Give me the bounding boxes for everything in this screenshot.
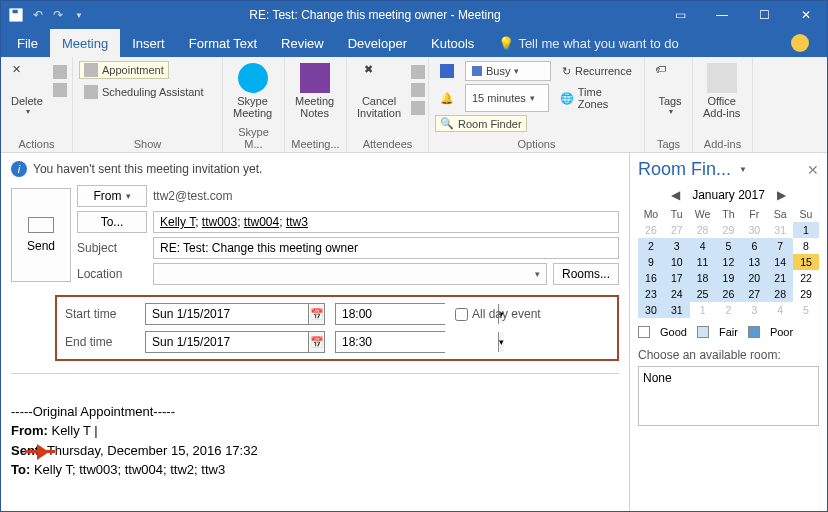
scheduling-assistant-button[interactable]: Scheduling Assistant — [79, 83, 209, 101]
from-button[interactable]: From▾ — [77, 185, 147, 207]
calendar-day[interactable]: 29 — [716, 222, 742, 238]
chevron-down-icon[interactable]: ▾ — [498, 332, 504, 352]
skype-meeting-button[interactable]: Skype Meeting — [229, 61, 276, 121]
time-zones-button[interactable]: 🌐Time Zones — [555, 84, 638, 112]
appointment-button[interactable]: Appointment — [79, 61, 169, 79]
minimize-button[interactable]: ― — [701, 1, 743, 29]
calendar-day[interactable]: 31 — [767, 222, 793, 238]
calendar-day[interactable]: 4 — [767, 302, 793, 318]
calendar-day[interactable]: 19 — [716, 270, 742, 286]
calendar-day[interactable]: 1 — [690, 302, 716, 318]
tab-review[interactable]: Review — [269, 29, 336, 57]
calendar-day[interactable]: 26 — [638, 222, 664, 238]
calendar-day[interactable]: 26 — [716, 286, 742, 302]
all-day-checkbox[interactable] — [455, 308, 468, 321]
calendar-day[interactable]: 31 — [664, 302, 690, 318]
address-book-icon[interactable] — [411, 65, 425, 79]
forward-icon[interactable] — [53, 83, 67, 97]
to-field[interactable]: Kelly T; ttw003; ttw004; ttw3 — [153, 211, 619, 233]
calendar-day[interactable]: 12 — [716, 254, 742, 270]
calendar-day[interactable]: 2 — [638, 238, 664, 254]
response-options-icon[interactable] — [411, 101, 425, 115]
calendar-day[interactable]: 4 — [690, 238, 716, 254]
calendar-icon[interactable]: 📅 — [308, 332, 324, 352]
calendar-day[interactable]: 3 — [664, 238, 690, 254]
cancel-invitation-button[interactable]: ✖Cancel Invitation — [353, 61, 405, 121]
tab-file[interactable]: File — [5, 29, 50, 57]
reminder-dropdown[interactable]: 15 minutes▾ — [465, 84, 549, 112]
calendar-day[interactable]: 7 — [767, 238, 793, 254]
calendar-icon[interactable]: 📅 — [308, 304, 324, 324]
tell-me[interactable]: 💡Tell me what you want to do — [486, 29, 690, 57]
calendar-day[interactable]: 11 — [690, 254, 716, 270]
show-as-icon[interactable] — [435, 61, 459, 81]
calendar-day[interactable]: 15 — [793, 254, 819, 270]
calendar-icon[interactable] — [53, 65, 67, 79]
tab-kutools[interactable]: Kutools — [419, 29, 486, 57]
calendar-day[interactable]: 6 — [741, 238, 767, 254]
calendar-day[interactable]: 27 — [664, 222, 690, 238]
calendar[interactable]: MoTuWeThFrSaSu 2627282930311234567891011… — [638, 206, 819, 318]
office-addins-button[interactable]: Office Add-ins — [699, 61, 744, 121]
ribbon-options-icon[interactable]: ▭ — [659, 1, 701, 29]
calendar-day[interactable]: 13 — [741, 254, 767, 270]
calendar-day[interactable]: 24 — [664, 286, 690, 302]
calendar-day[interactable]: 20 — [741, 270, 767, 286]
chevron-down-icon[interactable]: ▼ — [739, 165, 747, 174]
start-date-field[interactable]: 📅 — [145, 303, 325, 325]
rooms-button[interactable]: Rooms... — [553, 263, 619, 285]
calendar-day[interactable]: 14 — [767, 254, 793, 270]
end-date-field[interactable]: 📅 — [145, 331, 325, 353]
calendar-day[interactable]: 5 — [716, 238, 742, 254]
calendar-day[interactable]: 28 — [690, 222, 716, 238]
calendar-day[interactable]: 1 — [793, 222, 819, 238]
calendar-day[interactable]: 3 — [741, 302, 767, 318]
to-button[interactable]: To... — [77, 211, 147, 233]
feedback-smiley-icon[interactable] — [791, 34, 809, 52]
show-as-dropdown[interactable]: Busy▾ — [465, 61, 551, 81]
calendar-day[interactable]: 22 — [793, 270, 819, 286]
calendar-day[interactable]: 30 — [741, 222, 767, 238]
maximize-button[interactable]: ☐ — [743, 1, 785, 29]
tab-meeting[interactable]: Meeting — [50, 29, 120, 57]
calendar-day[interactable]: 17 — [664, 270, 690, 286]
tab-insert[interactable]: Insert — [120, 29, 177, 57]
calendar-day[interactable]: 29 — [793, 286, 819, 302]
calendar-day[interactable]: 18 — [690, 270, 716, 286]
calendar-day[interactable]: 9 — [638, 254, 664, 270]
room-finder-button[interactable]: 🔍Room Finder — [435, 115, 527, 132]
room-list[interactable]: None — [638, 366, 819, 426]
send-button[interactable]: Send — [11, 188, 71, 282]
calendar-day[interactable]: 30 — [638, 302, 664, 318]
recurrence-button[interactable]: ↻Recurrence — [557, 61, 637, 81]
calendar-day[interactable]: 27 — [741, 286, 767, 302]
calendar-day[interactable]: 28 — [767, 286, 793, 302]
save-icon[interactable] — [9, 8, 23, 22]
calendar-day[interactable]: 8 — [793, 238, 819, 254]
message-body[interactable]: -----Original Appointment----- From: Kel… — [11, 373, 619, 480]
calendar-day[interactable]: 2 — [716, 302, 742, 318]
calendar-day[interactable]: 5 — [793, 302, 819, 318]
calendar-day[interactable]: 23 — [638, 286, 664, 302]
calendar-day[interactable]: 25 — [690, 286, 716, 302]
tags-button[interactable]: 🏷Tags▾ — [651, 61, 689, 118]
meeting-notes-button[interactable]: Meeting Notes — [291, 61, 338, 121]
next-month-icon[interactable]: ▶ — [777, 188, 786, 202]
tab-format-text[interactable]: Format Text — [177, 29, 269, 57]
end-time-field[interactable]: ▾ — [335, 331, 445, 353]
redo-icon[interactable]: ↷ — [53, 8, 63, 22]
calendar-day[interactable]: 21 — [767, 270, 793, 286]
subject-field[interactable]: RE: Test: Change this meeting owner — [153, 237, 619, 259]
undo-icon[interactable]: ↶ — [33, 8, 43, 22]
prev-month-icon[interactable]: ◀ — [671, 188, 680, 202]
close-button[interactable]: ✕ — [785, 1, 827, 29]
delete-button[interactable]: ✕ Delete▾ — [7, 61, 47, 118]
check-names-icon[interactable] — [411, 83, 425, 97]
start-time-field[interactable]: ▾ — [335, 303, 445, 325]
calendar-day[interactable]: 10 — [664, 254, 690, 270]
tab-developer[interactable]: Developer — [336, 29, 419, 57]
reminder-icon[interactable]: 🔔 — [435, 84, 459, 112]
close-pane-icon[interactable]: ✕ — [807, 162, 819, 178]
calendar-day[interactable]: 16 — [638, 270, 664, 286]
location-field[interactable]: ▾ — [153, 263, 547, 285]
